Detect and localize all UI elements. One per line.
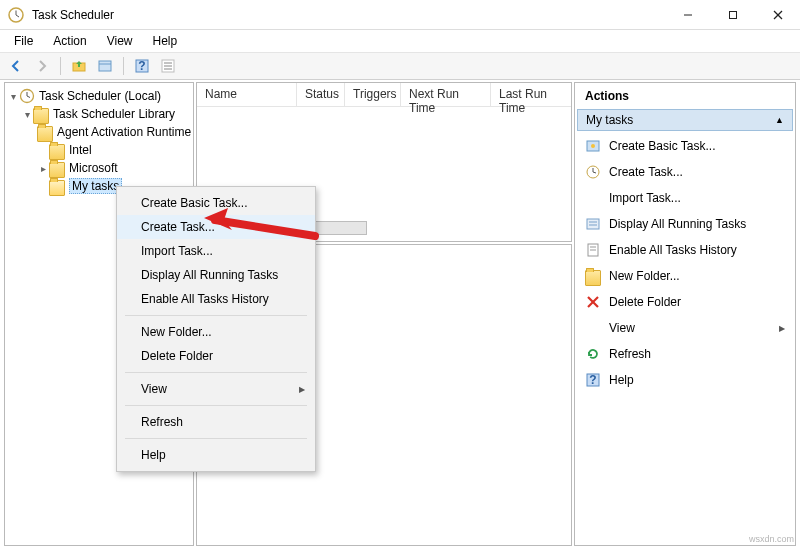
action-label: Create Task...	[609, 165, 683, 179]
svg-text:?: ?	[589, 373, 596, 387]
watermark: wsxdn.com	[749, 534, 794, 544]
ctx-create-basic-task[interactable]: Create Basic Task...	[117, 191, 315, 215]
blank-icon	[585, 190, 601, 206]
clock-icon	[19, 88, 35, 104]
action-create-task[interactable]: Create Task...	[579, 159, 791, 185]
minimize-button[interactable]	[665, 1, 710, 29]
folder-icon	[49, 162, 65, 178]
task-list-header: Name Status Triggers Next Run Time Last …	[197, 83, 571, 107]
ctx-label: Help	[141, 448, 166, 462]
ctx-create-task[interactable]: Create Task...	[117, 215, 315, 239]
menubar: File Action View Help	[0, 30, 800, 52]
maximize-button[interactable]	[710, 1, 755, 29]
svg-text:?: ?	[138, 59, 145, 73]
column-next-run[interactable]: Next Run Time	[401, 83, 491, 106]
ctx-label: Enable All Tasks History	[141, 292, 269, 306]
ctx-label: Create Task...	[141, 220, 215, 234]
ctx-label: Delete Folder	[141, 349, 213, 363]
actions-pane: Actions My tasks ▲ Create Basic Task... …	[574, 82, 796, 546]
action-refresh[interactable]: Refresh	[579, 341, 791, 367]
ctx-label: Refresh	[141, 415, 183, 429]
folder-open-icon	[49, 180, 65, 196]
menu-help[interactable]: Help	[143, 32, 188, 50]
ctx-help[interactable]: Help	[117, 443, 315, 467]
titlebar: Task Scheduler	[0, 0, 800, 30]
ctx-new-folder[interactable]: New Folder...	[117, 320, 315, 344]
ctx-enable-history[interactable]: Enable All Tasks History	[117, 287, 315, 311]
action-view[interactable]: View	[579, 315, 791, 341]
delete-icon	[585, 294, 601, 310]
tree-item-microsoft[interactable]: ▸ Microsoft	[7, 159, 191, 177]
column-last-run[interactable]: Last Run Time	[491, 83, 571, 106]
toolbar: ?	[0, 52, 800, 80]
column-status[interactable]: Status	[297, 83, 345, 106]
tree-item-label: Intel	[69, 143, 92, 157]
show-hide-console-button[interactable]	[93, 55, 117, 77]
action-new-folder[interactable]: New Folder...	[579, 263, 791, 289]
collapse-icon: ▲	[775, 115, 784, 125]
actions-section-header[interactable]: My tasks ▲	[577, 109, 793, 131]
chevron-right-icon[interactable]: ▸	[37, 163, 49, 174]
action-delete-folder[interactable]: Delete Folder	[579, 289, 791, 315]
column-triggers[interactable]: Triggers	[345, 83, 401, 106]
wizard-icon	[585, 138, 601, 154]
forward-button[interactable]	[30, 55, 54, 77]
folder-icon	[585, 270, 601, 286]
blank-icon	[585, 320, 601, 336]
ctx-separator	[125, 372, 307, 373]
ctx-view[interactable]: View	[117, 377, 315, 401]
action-label: Refresh	[609, 347, 651, 361]
window-title: Task Scheduler	[32, 8, 114, 22]
ctx-delete-folder[interactable]: Delete Folder	[117, 344, 315, 368]
close-button[interactable]	[755, 1, 800, 29]
help-icon: ?	[585, 372, 601, 388]
action-label: New Folder...	[609, 269, 680, 283]
list-icon	[585, 216, 601, 232]
action-display-running[interactable]: Display All Running Tasks	[579, 211, 791, 237]
tree-item-label: Agent Activation Runtime	[57, 125, 191, 139]
ctx-separator	[125, 438, 307, 439]
tree-item-agent-activation[interactable]: Agent Activation Runtime	[7, 123, 191, 141]
action-import-task[interactable]: Import Task...	[579, 185, 791, 211]
menu-action[interactable]: Action	[43, 32, 96, 50]
folder-icon	[33, 108, 49, 124]
svg-rect-24	[587, 219, 599, 229]
chevron-down-icon[interactable]: ▾	[21, 109, 33, 120]
action-label: View	[609, 321, 635, 335]
svg-rect-4	[729, 11, 736, 18]
action-label: Display All Running Tasks	[609, 217, 746, 231]
folder-icon	[37, 126, 53, 142]
action-create-basic-task[interactable]: Create Basic Task...	[579, 133, 791, 159]
ctx-label: Create Basic Task...	[141, 196, 248, 210]
actions-header: Actions	[575, 83, 795, 109]
action-help[interactable]: ? Help	[579, 367, 791, 393]
folder-icon	[49, 144, 65, 160]
properties-toolbar-button[interactable]	[156, 55, 180, 77]
history-icon	[585, 242, 601, 258]
tree-item-label: Microsoft	[69, 161, 118, 175]
svg-point-20	[591, 144, 595, 148]
tree-library-label: Task Scheduler Library	[53, 107, 175, 121]
help-toolbar-button[interactable]: ?	[130, 55, 154, 77]
ctx-label: View	[141, 382, 167, 396]
chevron-down-icon[interactable]: ▾	[7, 91, 19, 102]
tree-library[interactable]: ▾ Task Scheduler Library	[7, 105, 191, 123]
tree-root[interactable]: ▾ Task Scheduler (Local)	[7, 87, 191, 105]
back-button[interactable]	[4, 55, 28, 77]
column-name[interactable]: Name	[197, 83, 297, 106]
action-enable-history[interactable]: Enable All Tasks History	[579, 237, 791, 263]
context-menu: Create Basic Task... Create Task... Impo…	[116, 186, 316, 472]
action-label: Create Basic Task...	[609, 139, 716, 153]
ctx-separator	[125, 405, 307, 406]
ctx-separator	[125, 315, 307, 316]
up-folder-button[interactable]	[67, 55, 91, 77]
ctx-label: Display All Running Tasks	[141, 268, 278, 282]
ctx-refresh[interactable]: Refresh	[117, 410, 315, 434]
ctx-label: New Folder...	[141, 325, 212, 339]
ctx-import-task[interactable]: Import Task...	[117, 239, 315, 263]
menu-file[interactable]: File	[4, 32, 43, 50]
menu-view[interactable]: View	[97, 32, 143, 50]
tree-item-intel[interactable]: Intel	[7, 141, 191, 159]
action-label: Enable All Tasks History	[609, 243, 737, 257]
ctx-display-running[interactable]: Display All Running Tasks	[117, 263, 315, 287]
